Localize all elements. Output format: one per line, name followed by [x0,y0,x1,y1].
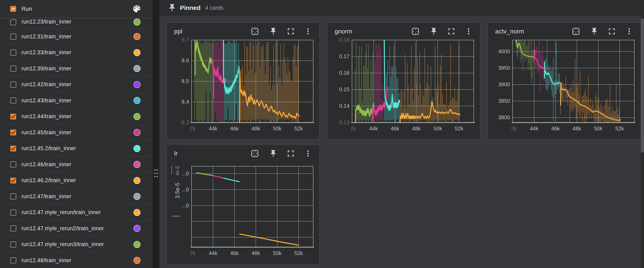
run-row[interactable]: run12.23/train_inner [0,18,153,29]
run-row[interactable]: run12.44/train_inner [0,109,153,125]
y-tick-label: ...0 [168,202,189,209]
chart-title: lr [174,150,250,157]
pin-icon[interactable] [269,27,277,36]
chart-plot-area[interactable] [327,23,480,140]
run-row[interactable]: run12.48/train_inner [0,253,153,268]
scrollbar-thumb[interactable] [641,18,644,153]
run-row[interactable]: run12.45.2/train_inner [0,141,153,157]
x-tick-label: 48k [252,126,260,132]
pin-icon[interactable] [590,27,598,36]
run-color-dot[interactable] [134,33,140,40]
y-tick-label: 3800 [490,114,510,121]
fullscreen-icon[interactable] [608,28,616,35]
run-color-dot[interactable] [134,161,140,168]
drag-handle-icon [153,168,159,179]
run-color-dot[interactable] [134,209,140,216]
x-tick-label-clipped: 2k [190,250,196,256]
sidebar-resize-handle[interactable] [153,168,159,179]
run-color-dot[interactable] [134,241,140,248]
fullscreen-icon[interactable] [447,28,455,35]
y-tick-label: 8.5 [168,78,189,84]
x-tick-label: 44k [530,126,538,132]
run-color-dot[interactable] [134,49,140,56]
run-color-dot[interactable] [134,81,140,88]
fullscreen-icon[interactable] [287,28,295,35]
y-axis-rotated-label: 3.5e-5 [174,182,181,198]
run-checkbox-unchecked[interactable] [10,241,17,248]
run-row[interactable]: run12.31/train_inner [0,29,153,45]
x-tick-label: 46k [551,126,560,132]
run-checkbox-unchecked[interactable] [10,225,17,232]
x-tick-label: 52k [615,126,624,132]
run-checkbox-unchecked[interactable] [10,18,17,26]
run-row[interactable]: run12.43/train_inner [0,93,153,109]
run-row[interactable]: run12.33/train_inner [0,45,153,61]
run-checkbox-checked[interactable] [10,129,17,136]
fullscreen-icon[interactable] [287,150,295,158]
run-row[interactable]: run12.47.myle_rerun2/train_inner [0,221,153,237]
run-checkbox-unchecked[interactable] [10,33,17,40]
run-color-dot[interactable] [134,225,140,232]
run-row[interactable]: run12.47.myle_rerun3/train_inner [0,237,153,253]
run-color-dot[interactable] [134,113,140,120]
run-row[interactable]: run12.46.2/train_inner [0,173,153,189]
run-row[interactable]: run12.42/train_inner [0,77,153,93]
run-checkbox-unchecked[interactable] [10,257,17,264]
run-checkbox-checked[interactable] [10,177,17,184]
x-tick-label: 52k [294,126,303,132]
run-color-dot[interactable] [134,193,140,200]
run-color-dot[interactable] [134,257,140,264]
kebab-menu-icon[interactable] [625,28,633,35]
x-tick-label: 46k [230,250,239,256]
run-row[interactable]: run12.47/train_inner [0,189,153,205]
run-color-dot[interactable] [134,145,140,152]
pan-zoom-icon[interactable] [250,26,260,36]
pin-icon[interactable] [269,149,277,158]
run-checkbox-unchecked[interactable] [10,97,17,104]
kebab-menu-icon[interactable] [304,150,312,158]
x-tick-label-clipped: 2k [190,126,196,132]
run-checkbox-unchecked[interactable] [10,81,17,88]
kebab-menu-icon[interactable] [304,28,312,35]
run-row[interactable]: run12.45/train_inner [0,125,153,141]
run-row[interactable]: run12.46/train_inner [0,157,153,173]
chart-card-ppl: ppl44k46k48k50k52k2k8.78.68.58.48.3 [166,22,320,140]
palette-icon[interactable] [132,4,142,14]
x-tick-label-clipped: 2k [511,126,516,132]
vertical-scrollbar[interactable] [641,0,644,268]
run-row[interactable]: run12.39/train_inner [0,61,153,77]
kebab-menu-icon[interactable] [465,28,472,35]
run-color-dot[interactable] [134,177,140,184]
run-checkbox-unchecked[interactable] [10,65,17,72]
y-tick-label: 3850 [490,98,510,104]
pan-zoom-icon[interactable] [571,26,581,36]
chart-plot-area[interactable] [167,23,320,140]
run-label: run12.47.myle_rerun/train_inner [22,209,134,216]
pin-icon[interactable] [430,27,438,36]
run-row[interactable]: run12.47.myle_rerun/train_inner [0,205,153,221]
chart-plot-area[interactable] [167,145,320,264]
run-label: run12.45/train_inner [22,129,134,136]
run-color-dot[interactable] [134,65,140,72]
run-checkbox-unchecked[interactable] [10,209,17,216]
chart-plot-area[interactable] [488,23,641,140]
y-tick-label: ...0 [168,170,189,177]
x-tick-label: 44k [369,126,378,132]
run-color-dot[interactable] [134,18,140,26]
run-color-dot[interactable] [134,129,140,136]
pinned-panel: ppl44k46k48k50k52k2k8.78.68.58.48.3gnorm… [159,16,644,268]
y-tick-label: 0.15 [329,86,350,93]
run-checkbox-unchecked[interactable] [10,193,17,200]
run-color-dot[interactable] [134,97,140,104]
select-all-checkbox[interactable] [10,5,17,12]
pan-zoom-icon[interactable] [410,26,420,36]
pan-zoom-icon[interactable] [250,149,260,158]
run-checkbox-unchecked[interactable] [10,49,17,56]
run-label: run12.39/train_inner [22,66,134,72]
run-checkbox-unchecked[interactable] [10,161,17,168]
x-tick-label: 50k [273,250,282,256]
card-actions [571,26,633,36]
run-checkbox-checked[interactable] [10,113,17,120]
chart-title: ppl [174,28,250,35]
run-checkbox-checked[interactable] [10,145,17,152]
